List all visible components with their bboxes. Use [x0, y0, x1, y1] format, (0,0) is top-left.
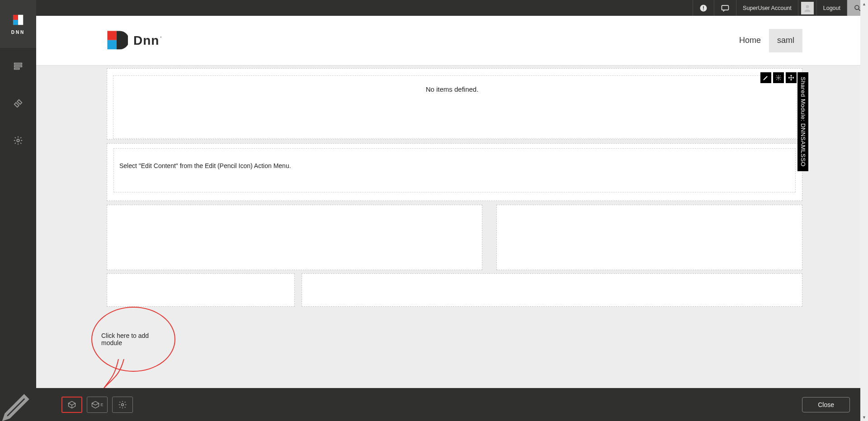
svg-point-6 — [17, 139, 19, 142]
content-pane-1-hint: Select "Edit Content" from the Edit (Pen… — [113, 148, 698, 192]
site-header: Dnn. Home saml — [36, 16, 698, 65]
svg-rect-5 — [14, 68, 19, 70]
svg-rect-14 — [107, 40, 116, 49]
content-pane-lower-right[interactable] — [302, 273, 698, 307]
dnn-logo-text: DNN — [11, 30, 25, 35]
notifications-icon[interactable] — [693, 0, 698, 16]
header-pane-inner[interactable] — [113, 75, 698, 139]
rail-settings-icon[interactable] — [0, 122, 36, 159]
admin-left-rail: DNN — [0, 0, 36, 343]
annotation-callout: Click here to add module — [89, 307, 179, 343]
top-admin-bar: SuperUser Account Logout — [36, 0, 698, 16]
svg-rect-2 — [18, 14, 23, 24]
content-pane-lower-left[interactable] — [107, 273, 295, 307]
edit-stage: HEADERPANE No items defined. Shared Modu… — [36, 65, 698, 343]
svg-rect-1 — [13, 20, 18, 25]
dnn-logo-icon — [12, 14, 24, 26]
svg-rect-3 — [14, 63, 22, 65]
rail-content-icon[interactable] — [0, 48, 36, 85]
svg-rect-4 — [14, 65, 22, 67]
no-items-text: No items defined. — [426, 85, 479, 93]
site-brand-word: Dnn. — [133, 33, 162, 48]
site-logo[interactable]: Dnn. — [106, 30, 162, 51]
rail-tools-icon[interactable] — [0, 85, 36, 122]
svg-rect-13 — [107, 31, 116, 40]
dnn-mark-icon — [106, 30, 128, 51]
svg-rect-0 — [13, 14, 18, 19]
annotation-text: Click here to add module — [101, 332, 165, 343]
dnn-logo-box[interactable]: DNN — [0, 0, 36, 48]
content-pane-right[interactable] — [496, 205, 698, 270]
content-pane-1[interactable]: Select "Edit Content" from the Edit (Pen… — [107, 143, 698, 201]
content-pane-left[interactable] — [107, 205, 482, 270]
